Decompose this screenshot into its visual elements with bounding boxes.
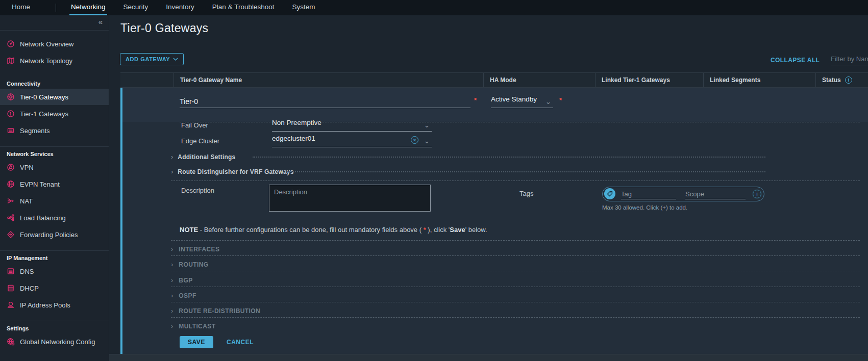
sidebar-item-label: VPN — [20, 164, 34, 171]
section-ospf[interactable]: › OSPF — [171, 292, 196, 299]
note-save-word: Save — [450, 226, 465, 234]
section-label: INTERFACES — [179, 246, 219, 253]
chevron-right-icon: › — [171, 292, 173, 299]
note-text: - Before further configurations can be d… — [198, 226, 424, 234]
section-separator — [171, 317, 860, 318]
gateway-name-input[interactable] — [180, 95, 470, 108]
section-separator — [171, 240, 860, 241]
sidebar-divider — [0, 321, 109, 321]
route-distinguisher-section[interactable]: › Route Distinguisher for VRF Gateways — [171, 168, 294, 175]
map-icon — [7, 57, 15, 65]
column-header-ha-mode[interactable]: HA Mode — [483, 73, 595, 87]
chevron-right-icon: › — [171, 168, 173, 175]
sidebar-item-segments[interactable]: Segments — [0, 122, 109, 139]
sidebar-item-load-balancing[interactable]: Load Balancing — [0, 210, 109, 226]
tab-plan-troubleshoot[interactable]: Plan & Troubleshoot — [211, 0, 276, 15]
section-multicast[interactable]: › MULTICAST — [171, 322, 215, 330]
route-distinguisher-label: Route Distinguisher for VRF Gateways — [178, 168, 293, 175]
sidebar-item-nat[interactable]: NAT — [0, 193, 109, 209]
sidebar-item-label: Network Topology — [20, 57, 72, 65]
scope-input[interactable] — [685, 189, 746, 199]
tag-input[interactable] — [621, 189, 676, 199]
edge-cluster-label: Edge Cluster — [181, 137, 219, 145]
chevron-right-icon: › — [171, 261, 173, 268]
ha-required-asterisk: * — [559, 96, 562, 104]
cancel-button[interactable]: CANCEL — [227, 339, 254, 346]
column-header-status[interactable]: Status i — [815, 73, 868, 87]
tab-networking[interactable]: Networking — [69, 0, 107, 15]
column-header-gateway-name[interactable]: Tier-0 Gateway Name — [173, 73, 483, 87]
tab-inventory[interactable]: Inventory — [164, 0, 196, 15]
save-button[interactable]: SAVE — [180, 336, 213, 348]
section-routing[interactable]: › ROUTING — [171, 261, 208, 268]
sidebar-item-label: Forwarding Policies — [20, 231, 78, 239]
main-content: Tier-0 Gateways ADD GATEWAY COLLAPSE ALL… — [109, 15, 868, 361]
chevron-right-icon: › — [171, 153, 173, 161]
sidebar-item-ip-address-pools[interactable]: IP Address Pools — [0, 297, 109, 313]
column-header-linked-tier1[interactable]: Linked Tier-1 Gateways — [595, 73, 703, 87]
section-separator — [171, 302, 860, 302]
sidebar-item-tier1-gateways[interactable]: Tier-1 Gateways — [0, 106, 109, 122]
page-title: Tier-0 Gateways — [120, 21, 208, 35]
description-textarea[interactable] — [269, 185, 431, 212]
fail-over-value: Non Preemptive — [272, 119, 321, 126]
dns-icon — [7, 267, 15, 275]
sidebar-item-label: IP Address Pools — [20, 301, 70, 309]
tab-security[interactable]: Security — [122, 0, 150, 15]
sidebar-item-network-overview[interactable]: Network Overview — [0, 36, 109, 52]
sidebar-item-forwarding-policies[interactable]: Forwarding Policies — [0, 226, 109, 243]
section-label: BGP — [179, 277, 192, 284]
section-interfaces[interactable]: › INTERFACES — [171, 245, 219, 253]
ha-mode-value: Active Standby — [491, 95, 537, 103]
status-header-label: Status — [822, 76, 841, 84]
additional-settings-section[interactable]: › Additional Settings — [171, 153, 235, 161]
fail-over-select[interactable]: Non Preemptive ⌄ — [272, 119, 432, 132]
sidebar-item-tier0-gateways[interactable]: Tier-0 Gateways — [0, 89, 109, 105]
ha-mode-select[interactable]: Active Standby ⌄ — [491, 95, 553, 108]
chevron-down-icon: ⌄ — [424, 137, 430, 145]
sidebar-item-global-networking-config[interactable]: Global Networking Config — [0, 333, 109, 350]
edge-cluster-select[interactable]: edgecluster01 ✕ ⌄ — [272, 135, 432, 147]
load-balancing-icon — [7, 214, 15, 222]
gauge-icon — [7, 40, 15, 48]
vpn-lock-icon — [7, 163, 15, 171]
sidebar-item-label: Global Networking Config — [20, 338, 95, 346]
tags-hint: Max 30 allowed. Click (+) to add. — [602, 204, 687, 211]
section-separator — [171, 255, 860, 256]
sidebar-item-vpn[interactable]: VPN — [0, 159, 109, 175]
evpn-globe-icon — [7, 180, 15, 188]
status-info-icon[interactable]: i — [845, 76, 852, 84]
sidebar-item-evpn-tenant[interactable]: EVPN Tenant — [0, 176, 109, 192]
nat-icon — [7, 197, 15, 205]
name-required-asterisk: * — [474, 96, 477, 104]
clear-selection-icon[interactable]: ✕ — [411, 136, 418, 144]
tab-home[interactable]: Home — [10, 0, 32, 15]
collapse-sidebar-icon[interactable]: « — [98, 17, 103, 26]
sidebar-item-dhcp[interactable]: DHCP — [0, 280, 109, 296]
sidebar-group-ip-management: IP Management — [7, 253, 109, 263]
sidebar-item-label: DHCP — [20, 285, 39, 292]
sidebar-item-dns[interactable]: DNS — [0, 263, 109, 279]
note-text: ), click ' — [426, 226, 450, 234]
bottom-edge-strip — [109, 354, 868, 361]
sidebar-group-connectivity: Connectivity — [7, 79, 109, 89]
tier1-gateway-icon — [7, 110, 15, 118]
section-bgp[interactable]: › BGP — [171, 276, 193, 284]
column-header-linked-segments[interactable]: Linked Segments — [703, 73, 815, 87]
segments-icon — [7, 126, 15, 135]
dhcp-icon — [7, 284, 15, 292]
collapse-all-button[interactable]: COLLAPSE ALL — [771, 57, 820, 64]
section-label: ROUTE RE-DISTRIBUTION — [179, 307, 260, 315]
add-tag-button[interactable]: + — [753, 190, 761, 198]
section-route-redistribution[interactable]: › ROUTE RE-DISTRIBUTION — [171, 307, 260, 315]
tab-system[interactable]: System — [290, 0, 316, 15]
section-separator — [171, 287, 860, 287]
sidebar-item-label: Network Overview — [20, 40, 73, 48]
add-gateway-label: ADD GATEWAY — [126, 56, 170, 62]
chevron-right-icon: › — [171, 322, 173, 330]
filter-by-name-input[interactable] — [831, 53, 868, 65]
sidebar-item-label: Tier-0 Gateways — [20, 93, 68, 101]
add-gateway-button[interactable]: ADD GATEWAY — [120, 53, 184, 65]
sidebar-item-network-topology[interactable]: Network Topology — [0, 53, 109, 69]
sidebar: « Network Overview Network Topology Conn… — [0, 15, 109, 361]
